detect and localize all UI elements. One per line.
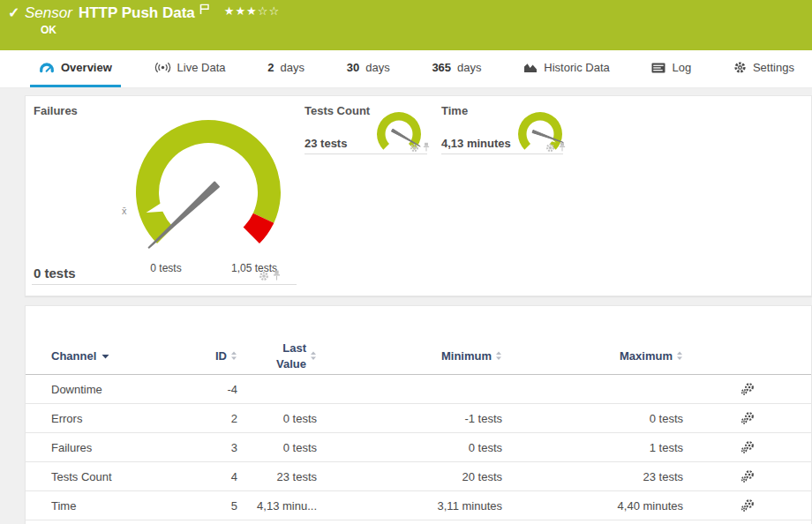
tab-label: days: [365, 61, 389, 74]
historic-data-icon: [523, 62, 538, 73]
failures-gauge-title: Failures: [34, 104, 78, 117]
sort-icon: [676, 351, 683, 361]
channel-minimum: -1 tests: [464, 412, 502, 425]
gauge-settings-gear-icon[interactable]: [410, 143, 419, 153]
tab-log[interactable]: Log: [643, 50, 700, 87]
pin-icon[interactable]: [559, 142, 566, 153]
tests-count-current-value: 23 tests: [304, 137, 347, 150]
channel-id: 3: [231, 441, 237, 454]
tab-label: days: [457, 61, 481, 74]
channel-id: 2: [231, 412, 237, 425]
channel-minimum: 20 tests: [462, 470, 502, 483]
tab-label: Log: [672, 61, 691, 74]
live-data-icon: [154, 62, 171, 73]
gauge-icon: [39, 61, 55, 74]
tab-label: Overview: [61, 61, 112, 74]
table-row[interactable]: Failures 3 0 tests 0 tests 1 tests: [26, 433, 811, 462]
sensor-header: ✓ Sensor HTTP Push Data ★★★☆☆ OK: [0, 0, 812, 50]
tests-count-gauge-title: Tests Count: [304, 104, 370, 117]
sensor-title: HTTP Push Data: [79, 4, 195, 22]
tab-historic-data[interactable]: Historic Data: [515, 50, 618, 87]
tab-settings[interactable]: Settings: [725, 50, 803, 87]
gauges-panel: Failures x̄ 0 tests 0 tests 1,05 tests: [25, 95, 812, 296]
page-content: Failures x̄ 0 tests 0 tests 1,05 tests: [0, 88, 812, 524]
status-badge: OK: [41, 24, 56, 36]
channel-minimum: 0 tests: [469, 441, 502, 454]
gear-icon: [733, 61, 747, 74]
sort-icon: [310, 351, 317, 361]
failures-current-value: 0 tests: [34, 266, 76, 281]
channel-name[interactable]: Downtime: [51, 383, 202, 396]
channel-maximum: 4,40 minutes: [618, 499, 683, 513]
failures-gauge: [120, 104, 297, 281]
failures-scale-min: 0 tests: [150, 262, 181, 274]
column-header-id[interactable]: ID: [215, 349, 237, 363]
channel-settings-icon[interactable]: [741, 469, 755, 483]
chevron-down-icon: [102, 354, 109, 359]
channel-name[interactable]: Time: [51, 499, 202, 513]
average-marker-label: x̄: [122, 206, 127, 216]
gauge-settings-gear-icon[interactable]: [259, 271, 269, 281]
table-row[interactable]: Errors 2 0 tests -1 tests 0 tests: [26, 404, 811, 433]
tab-2-days[interactable]: 2 days: [259, 50, 313, 87]
pin-icon[interactable]: [273, 270, 281, 281]
channel-maximum: 0 tests: [650, 412, 683, 425]
column-header-last-value[interactable]: Last Value: [255, 341, 317, 371]
sort-icon: [495, 351, 502, 361]
time-gauge-title: Time: [441, 104, 468, 117]
table-row[interactable]: Tests Count 4 23 tests 20 tests 23 tests: [26, 462, 811, 491]
priority-stars[interactable]: ★★★☆☆: [224, 4, 280, 18]
channel-id: 4: [231, 470, 237, 483]
channel-id: 5: [231, 499, 237, 513]
column-header-maximum[interactable]: Maximum: [620, 349, 683, 363]
channel-name[interactable]: Errors: [51, 412, 202, 425]
panel-divider: [32, 284, 297, 285]
tab-label: Live Data: [177, 61, 226, 74]
channel-settings-icon[interactable]: [741, 411, 755, 425]
tab-label: Historic Data: [544, 61, 609, 74]
table-header-row: Channel ID Last Value Minimum: [26, 338, 811, 375]
channel-last-value: 4,13 minu...: [257, 499, 317, 513]
channel-last-value: 0 tests: [283, 412, 317, 425]
time-gauge: [514, 108, 567, 161]
tab-365-days[interactable]: 365 days: [423, 50, 490, 87]
tests-count-gauge: [372, 108, 425, 161]
flag-icon[interactable]: [199, 4, 210, 15]
tab-live-data[interactable]: Live Data: [146, 50, 235, 87]
channel-settings-icon[interactable]: [741, 498, 755, 513]
sensor-category-label: Sensor: [25, 4, 72, 22]
pin-icon[interactable]: [423, 142, 430, 153]
tab-overview[interactable]: Overview: [30, 50, 121, 87]
tab-bar: Overview Live Data 2 days 30 days 365 da…: [0, 50, 812, 88]
tab-30-days[interactable]: 30 days: [338, 50, 399, 87]
channel-maximum: 1 tests: [650, 441, 683, 454]
channel-settings-icon[interactable]: [741, 440, 755, 454]
table-row[interactable]: Downtime -4: [26, 375, 811, 404]
tab-number: 2: [267, 61, 274, 74]
table-row[interactable]: Time 5 4,13 minu... 3,11 minutes 4,40 mi…: [26, 491, 811, 520]
channel-last-value: 0 tests: [283, 441, 317, 454]
time-current-value: 4,13 minutes: [441, 137, 511, 150]
column-header-channel[interactable]: Channel: [51, 349, 202, 363]
channels-table-panel: Channel ID Last Value Minimum: [25, 305, 812, 524]
channel-settings-icon[interactable]: [741, 382, 755, 396]
channel-maximum: 23 tests: [643, 470, 683, 483]
check-icon: ✓: [8, 4, 19, 21]
channel-last-value: 23 tests: [276, 470, 317, 483]
column-header-minimum[interactable]: Minimum: [441, 349, 502, 363]
tab-label: days: [280, 61, 304, 74]
panel-divider: [441, 153, 563, 154]
panel-divider: [304, 153, 427, 154]
channel-name[interactable]: Failures: [51, 441, 202, 454]
channel-id: -4: [227, 383, 237, 396]
channel-minimum: 3,11 minutes: [438, 499, 502, 513]
tab-label: Settings: [753, 61, 794, 74]
tab-number: 30: [347, 61, 359, 74]
gauge-settings-gear-icon[interactable]: [545, 143, 555, 153]
tab-number: 365: [432, 61, 451, 74]
sort-icon: [230, 351, 237, 361]
log-icon: [651, 63, 665, 73]
channel-name[interactable]: Tests Count: [51, 470, 202, 483]
